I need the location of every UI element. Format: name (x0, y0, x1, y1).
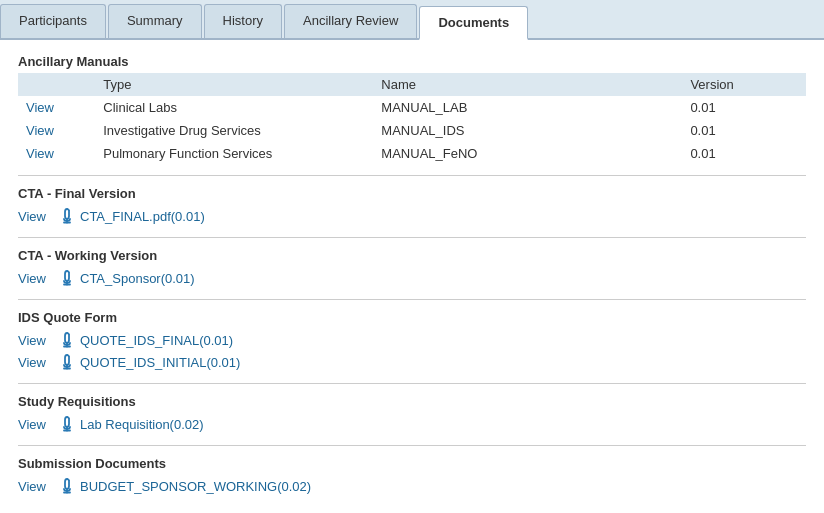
study-req-title: Study Requisitions (18, 394, 806, 409)
file-link[interactable]: CTA_Sponsor(0.01) (80, 271, 195, 286)
list-item: View QUOTE_IDS_FINAL(0.01) (18, 329, 806, 351)
cta-final-title: CTA - Final Version (18, 186, 806, 201)
tab-bar: Participants Summary History Ancillary R… (0, 0, 824, 40)
list-item: View CTA_FINAL.pdf(0.01) (18, 205, 806, 227)
list-item: View QUOTE_IDS_INITIAL(0.01) (18, 351, 806, 373)
view-link[interactable]: View (18, 333, 58, 348)
section-cta-working: CTA - Working Version View CTA_Sponsor(0… (18, 248, 806, 300)
table-row: View Clinical Labs MANUAL_LAB 0.01 (18, 96, 806, 119)
section-ids-quote: IDS Quote Form View QUOTE_IDS_FINAL(0.01… (18, 310, 806, 384)
tab-history[interactable]: History (204, 4, 282, 38)
view-cell[interactable]: View (18, 142, 95, 165)
file-icon (58, 207, 76, 225)
tab-ancillary-review[interactable]: Ancillary Review (284, 4, 417, 38)
view-cell[interactable]: View (18, 96, 95, 119)
section-ancillary-manuals: Ancillary Manuals Type Name Version View… (18, 54, 806, 176)
manuals-table: Type Name Version View Clinical Labs MAN… (18, 73, 806, 165)
list-item: View BUDGET_SPONSOR_WORKING(0.02) (18, 475, 806, 497)
col-header-type: Type (95, 73, 373, 96)
manuals-table-header: Type Name Version (18, 73, 806, 96)
documents-content: Ancillary Manuals Type Name Version View… (0, 40, 824, 513)
file-icon (58, 269, 76, 287)
version-cell: 0.01 (682, 96, 806, 119)
list-item: View Lab Requisition(0.02) (18, 413, 806, 435)
type-cell: Pulmonary Function Services (95, 142, 373, 165)
col-header-view (18, 73, 95, 96)
view-cell[interactable]: View (18, 119, 95, 142)
name-cell: MANUAL_FeNO (373, 142, 682, 165)
type-cell: Clinical Labs (95, 96, 373, 119)
file-link[interactable]: CTA_FINAL.pdf(0.01) (80, 209, 205, 224)
col-header-version: Version (682, 73, 806, 96)
name-cell: MANUAL_IDS (373, 119, 682, 142)
section-ancillary-manuals-title: Ancillary Manuals (18, 54, 806, 69)
file-link[interactable]: QUOTE_IDS_FINAL(0.01) (80, 333, 233, 348)
tab-documents[interactable]: Documents (419, 6, 528, 40)
view-link[interactable]: View (18, 417, 58, 432)
version-cell: 0.01 (682, 119, 806, 142)
view-link[interactable]: View (18, 271, 58, 286)
file-icon (58, 415, 76, 433)
file-link[interactable]: BUDGET_SPONSOR_WORKING(0.02) (80, 479, 311, 494)
section-submission-docs: Submission Documents View BUDGET_SPONSOR… (18, 456, 806, 507)
type-cell: Investigative Drug Services (95, 119, 373, 142)
file-link[interactable]: Lab Requisition(0.02) (80, 417, 204, 432)
table-row: View Investigative Drug Services MANUAL_… (18, 119, 806, 142)
name-cell: MANUAL_LAB (373, 96, 682, 119)
cta-working-title: CTA - Working Version (18, 248, 806, 263)
tab-summary[interactable]: Summary (108, 4, 202, 38)
file-link[interactable]: QUOTE_IDS_INITIAL(0.01) (80, 355, 240, 370)
submission-docs-title: Submission Documents (18, 456, 806, 471)
section-cta-final: CTA - Final Version View CTA_FINAL.pdf(0… (18, 186, 806, 238)
col-header-name: Name (373, 73, 682, 96)
file-icon (58, 331, 76, 349)
view-link[interactable]: View (18, 479, 58, 494)
list-item: View CTA_Sponsor(0.01) (18, 267, 806, 289)
version-cell: 0.01 (682, 142, 806, 165)
view-link[interactable]: View (18, 209, 58, 224)
view-link[interactable]: View (18, 355, 58, 370)
tab-participants[interactable]: Participants (0, 4, 106, 38)
file-icon (58, 477, 76, 495)
table-row: View Pulmonary Function Services MANUAL_… (18, 142, 806, 165)
file-icon (58, 353, 76, 371)
ids-quote-title: IDS Quote Form (18, 310, 806, 325)
section-study-req: Study Requisitions View Lab Requisition(… (18, 394, 806, 446)
